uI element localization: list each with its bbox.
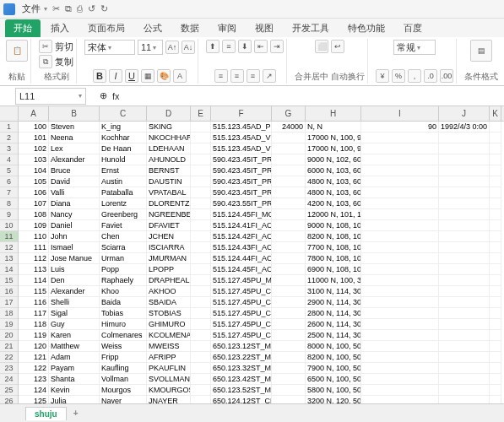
cell[interactable]	[490, 122, 501, 133]
cell[interactable]: 515.127.45PU_CLERK	[211, 308, 272, 319]
cell[interactable]: 107	[19, 198, 49, 209]
cell[interactable]	[361, 165, 439, 176]
cell[interactable]: 100	[19, 122, 49, 133]
col-header[interactable]: A	[19, 106, 49, 121]
cell[interactable]: Greenberg	[100, 209, 147, 220]
underline-icon[interactable]: U	[125, 69, 138, 83]
cell[interactable]: 590.423.45IT_PROG	[211, 187, 272, 198]
fx-label[interactable]: fx	[112, 91, 120, 101]
cell[interactable]	[272, 275, 306, 286]
cell[interactable]	[490, 363, 501, 374]
cell[interactable]: 515.127.45PU_CLERK	[211, 330, 272, 341]
row-header[interactable]: 18	[0, 308, 18, 319]
cell[interactable]	[191, 253, 211, 264]
cell[interactable]: Payam	[49, 363, 100, 374]
cell[interactable]: Lex	[49, 143, 100, 154]
cell[interactable]: 2800 N, 114, 30, 2000-09-09 00:00:00″	[306, 308, 361, 319]
cell[interactable]	[191, 231, 211, 242]
row-header[interactable]: 13	[0, 253, 18, 264]
cell[interactable]: Guy	[49, 319, 100, 330]
cell[interactable]: 2900 N, 114, 30, 2000-09-09 00:00:00″	[306, 297, 361, 308]
cell[interactable]	[191, 165, 211, 176]
cell[interactable]	[439, 154, 490, 165]
cell[interactable]: 515.127.45PU_CLERK	[211, 286, 272, 297]
wrap-label[interactable]: 自动换行	[331, 71, 365, 83]
cell[interactable]: 114	[19, 275, 49, 286]
cell[interactable]	[439, 253, 490, 264]
row-header[interactable]: 16	[0, 286, 18, 297]
cell[interactable]: DLORENTZ	[147, 198, 191, 209]
cell[interactable]	[272, 242, 306, 253]
cell[interactable]	[439, 385, 490, 396]
cell[interactable]: 105	[19, 176, 49, 187]
cell[interactable]	[439, 209, 490, 220]
number-format-select[interactable]: 常规▾	[393, 40, 436, 55]
cell[interactable]	[361, 133, 439, 143]
cell[interactable]	[191, 209, 211, 220]
tab-5[interactable]: 审阅	[209, 19, 245, 37]
cell[interactable]	[272, 363, 306, 374]
cell[interactable]	[490, 133, 501, 143]
cell[interactable]: 102	[19, 143, 49, 154]
font-size-select[interactable]: 11▾	[138, 40, 163, 55]
cell[interactable]: 111	[19, 242, 49, 253]
col-header[interactable]: B	[49, 106, 100, 121]
cell[interactable]: Diana	[49, 198, 100, 209]
cell[interactable]	[490, 297, 501, 308]
cell[interactable]	[272, 198, 306, 209]
cell[interactable]	[272, 165, 306, 176]
cell[interactable]: LDEHAAN	[147, 143, 191, 154]
tab-3[interactable]: 公式	[135, 19, 171, 37]
cell[interactable]: Luis	[49, 264, 100, 275]
cell[interactable]	[490, 374, 501, 385]
cell[interactable]: AKHOO	[147, 286, 191, 297]
cell[interactable]: 120	[19, 341, 49, 352]
cell[interactable]	[439, 352, 490, 363]
cell[interactable]	[439, 286, 490, 297]
row-header[interactable]: 19	[0, 319, 18, 330]
cell[interactable]: 8200 N, 100, 50, 2004-02-06 00:00:00″	[306, 352, 361, 363]
tab-9[interactable]: 百度	[395, 19, 431, 37]
cell[interactable]	[191, 275, 211, 286]
cell[interactable]: 9000 N, 102, 60, 1992-04-03 00:00:00″	[306, 154, 361, 165]
cell[interactable]: Matthew	[49, 341, 100, 352]
cell[interactable]	[272, 286, 306, 297]
cell[interactable]: Jose Manue	[49, 253, 100, 264]
cell[interactable]: 515.124.45FI_MGR	[211, 209, 272, 220]
cell[interactable]	[361, 352, 439, 363]
row-header[interactable]: 6	[0, 176, 18, 187]
cell[interactable]: AFRIPP	[147, 352, 191, 363]
qat-copy-icon[interactable]: ⧉	[65, 3, 72, 14]
cell[interactable]: VPATABAL	[147, 187, 191, 198]
cell[interactable]: 4200 N, 103, 60, 1998-03-03 00:00:00″	[306, 198, 361, 209]
row-header[interactable]: 14	[0, 264, 18, 275]
cell[interactable]	[361, 220, 439, 231]
align-right-icon[interactable]: ≡	[247, 69, 260, 83]
menu-file[interactable]: 文件	[22, 3, 41, 15]
row-header[interactable]: 15	[0, 275, 18, 286]
cell[interactable]	[361, 187, 439, 198]
cell[interactable]: Den	[49, 275, 100, 286]
cell[interactable]: 7800 N, 108, 100, 2000-09-09 00:00:00″	[306, 253, 361, 264]
cell[interactable]: 515.123.45AD_VP	[211, 133, 272, 143]
row-header[interactable]: 9	[0, 209, 18, 220]
cell[interactable]	[191, 187, 211, 198]
cond-format-icon[interactable]: ▤	[470, 40, 492, 62]
cell[interactable]	[439, 198, 490, 209]
align-mid-icon[interactable]: ≡	[222, 40, 236, 53]
cell[interactable]	[439, 242, 490, 253]
cell[interactable]	[361, 253, 439, 264]
qat-print-icon[interactable]: ⎙	[77, 3, 83, 14]
tab-6[interactable]: 视图	[247, 19, 282, 37]
col-header[interactable]: I	[361, 106, 439, 121]
row-header[interactable]: 21	[0, 341, 18, 352]
cell[interactable]	[439, 133, 490, 143]
cell[interactable]: 7700 N, 108, 100, 2000-09-09 00:00:00″	[306, 242, 361, 253]
row-header[interactable]: 17	[0, 297, 18, 308]
cell[interactable]: 650.123.42ST_MAN	[211, 374, 272, 385]
cell[interactable]	[439, 275, 490, 286]
add-sheet-button[interactable]: +	[68, 407, 84, 419]
sheet-tab-active[interactable]: shuju	[25, 407, 67, 420]
row-header[interactable]: 11	[0, 231, 18, 242]
cell[interactable]	[490, 154, 501, 165]
